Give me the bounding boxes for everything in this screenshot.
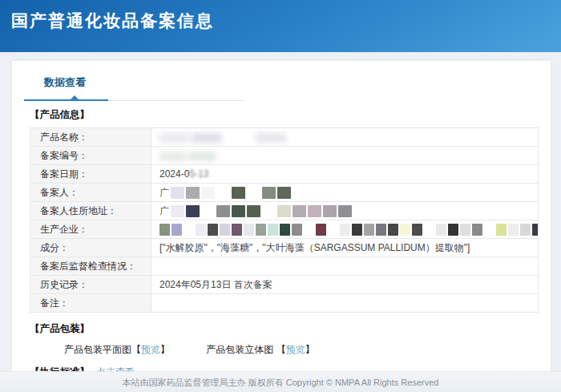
redaction-block xyxy=(460,224,470,236)
value-text: 2024-0 xyxy=(159,168,189,180)
row-value: 广 xyxy=(151,202,539,220)
table-row: 备案日期：2024-05-13 xyxy=(30,165,539,184)
row-value xyxy=(151,294,539,313)
redaction-block xyxy=(172,224,182,236)
redaction-block xyxy=(256,133,286,143)
redaction-block xyxy=(220,224,230,236)
product-table-body: 产品名称：备案编号：备案日期：2024-05-13备案人：广备案人住所地址：广生… xyxy=(30,128,539,313)
row-label: 备案编号： xyxy=(30,147,151,165)
redaction-block xyxy=(277,187,291,199)
table-row: 备案编号： xyxy=(30,147,539,165)
redaction-block xyxy=(532,224,539,236)
tab-underline xyxy=(24,97,256,102)
redaction-block xyxy=(232,224,242,236)
tab-underline-active xyxy=(24,99,108,101)
redaction-block xyxy=(364,224,374,236)
section-packaging: 【产品包装】 xyxy=(30,322,551,336)
row-label: 备案人： xyxy=(30,184,151,202)
row-label: 生产企业： xyxy=(30,220,151,239)
redaction-block xyxy=(472,224,482,236)
packaging-flat-label: 产品包装平面图 xyxy=(64,344,131,355)
redaction-block xyxy=(171,187,184,199)
table-row: 备案后监督检查情况： xyxy=(30,257,539,276)
redaction-block xyxy=(232,205,245,217)
row-value: 2024-05-13 xyxy=(151,165,539,184)
redaction-block xyxy=(400,224,410,236)
redaction-block xyxy=(201,187,215,199)
row-value xyxy=(151,257,539,276)
packaging-3d-item: 产品包装立体图 【预览】 xyxy=(206,344,314,355)
page-title: 国产普通化妆品备案信息 xyxy=(0,0,561,32)
value-prefix: 广 xyxy=(159,205,169,216)
redaction-block xyxy=(196,224,206,236)
redaction-block xyxy=(244,224,254,236)
tab-data-view[interactable]: 数据查看 xyxy=(44,75,86,90)
redaction-block xyxy=(192,133,222,143)
redaction-block xyxy=(216,187,230,199)
redaction-block xyxy=(216,205,230,217)
redaction-block xyxy=(208,224,218,236)
redaction-block xyxy=(247,205,260,217)
redaction-block xyxy=(388,224,398,236)
redaction-block xyxy=(304,224,314,236)
table-row: 备案人住所地址：广 xyxy=(30,202,539,220)
row-label: 成分： xyxy=(30,239,151,257)
row-label: 备注： xyxy=(30,294,151,313)
row-value: ["水解胶原"，"海藻糖"，"大叶海藻（SARGASSUM PALLIDUM）提… xyxy=(151,239,539,257)
redaction-block xyxy=(277,205,291,217)
redaction-block xyxy=(436,224,446,236)
redaction-block xyxy=(323,205,337,217)
redaction-block xyxy=(268,224,278,236)
packaging-flat-item: 产品包装平面图【预览】 xyxy=(64,344,172,355)
content-card: 数据查看 【产品信息】 产品名称：备案编号：备案日期：2024-05-13备案人… xyxy=(12,61,551,371)
row-value xyxy=(151,128,539,147)
redaction-block xyxy=(188,152,216,161)
redaction-block xyxy=(232,187,245,199)
redaction-block xyxy=(520,224,531,236)
bracket-close: 】 xyxy=(305,344,315,355)
table-row: 生产企业： xyxy=(30,220,539,239)
table-row: 成分：["水解胶原"，"海藻糖"，"大叶海藻（SARGASSUM PALLIDU… xyxy=(30,239,539,257)
table-row: 产品名称： xyxy=(30,128,539,147)
row-label: 产品名称： xyxy=(30,128,151,147)
redaction-block xyxy=(186,205,200,217)
redaction-block xyxy=(159,152,187,161)
tab-underline-rest xyxy=(108,100,244,101)
row-value: 广 xyxy=(151,184,539,202)
page-header: 国产普通化妆品备案信息 xyxy=(0,0,561,52)
redaction-block xyxy=(316,224,326,236)
bracket-close: 】 xyxy=(160,344,170,355)
redaction-block xyxy=(424,224,434,236)
redaction-block xyxy=(280,224,290,236)
redaction-block xyxy=(338,205,352,217)
bracket-open: 【 xyxy=(131,344,141,355)
redaction-block xyxy=(159,133,190,143)
value-text: 2024年05月13日 首次备案 xyxy=(159,279,272,290)
packaging-flat-preview-link[interactable]: 预览 xyxy=(141,344,160,355)
bracket-open: 【 xyxy=(276,344,286,355)
redaction-block xyxy=(184,224,194,236)
table-row: 历史记录：2024年05月13日 首次备案 xyxy=(30,276,539,294)
value-text-blurred: 5-13 xyxy=(189,168,208,180)
row-label: 历史记录： xyxy=(30,276,151,294)
redaction-block xyxy=(376,224,386,236)
redaction-block xyxy=(448,224,458,236)
redaction-block xyxy=(159,224,170,236)
table-row: 备案人：广 xyxy=(30,184,539,202)
redaction-block xyxy=(262,187,276,199)
row-label: 备案人住所地址： xyxy=(30,202,151,220)
redaction-block xyxy=(256,224,266,236)
redaction-block xyxy=(171,205,184,217)
redaction-block xyxy=(201,205,215,217)
redaction-block xyxy=(508,224,519,236)
redaction-block xyxy=(262,205,276,217)
packaging-line: 产品包装平面图【预览】 产品包装立体图 【预览】 xyxy=(64,343,551,357)
row-value xyxy=(151,220,539,239)
redaction-block xyxy=(308,205,321,217)
redaction-block xyxy=(328,224,338,236)
row-value: 2024年05月13日 首次备案 xyxy=(151,276,539,294)
tab-pointer-icon xyxy=(71,95,79,99)
row-label: 备案后监督检查情况： xyxy=(30,257,151,276)
packaging-3d-preview-link[interactable]: 预览 xyxy=(286,344,305,355)
redaction-block xyxy=(496,224,507,236)
